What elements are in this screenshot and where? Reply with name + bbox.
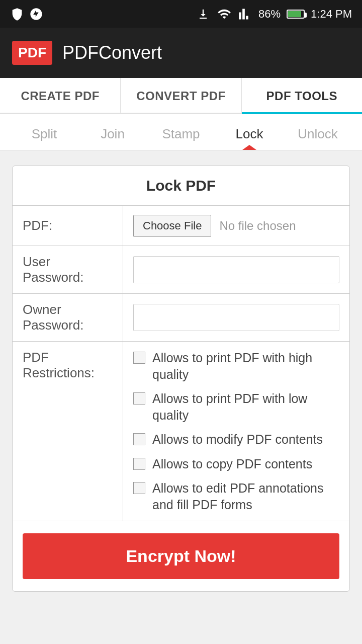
- restriction-text-1: Allows to print PDF with high quality: [152, 350, 339, 382]
- user-password-value: [123, 248, 349, 291]
- owner-password-row: Owner Password:: [13, 294, 349, 342]
- restriction-item-2: Allows to print PDF with low quality: [133, 390, 339, 423]
- sub-tabs: Split Join Stamp Lock Unlock: [0, 114, 362, 150]
- sub-tab-split[interactable]: Split: [10, 114, 78, 150]
- encrypt-row: Encrypt Now!: [13, 521, 349, 591]
- status-icons-right: 86% 1:24 PM: [196, 7, 352, 21]
- restriction-text-2: Allows to print PDF with low quality: [152, 390, 339, 423]
- app-title: PDFConvert: [62, 42, 162, 63]
- status-bar: 86% 1:24 PM: [0, 0, 362, 28]
- restrictions-row: PDF Restrictions: Allows to print PDF wi…: [13, 342, 349, 521]
- restriction-text-3: Allows to modify PDF contents: [152, 431, 323, 448]
- sub-tab-unlock[interactable]: Unlock: [284, 114, 352, 150]
- restriction-item-1: Allows to print PDF with high quality: [133, 350, 339, 382]
- restriction-item-3: Allows to modify PDF contents: [133, 431, 339, 448]
- sub-tab-join[interactable]: Join: [78, 114, 147, 150]
- sub-tab-lock[interactable]: Lock: [215, 114, 284, 150]
- user-password-input[interactable]: [133, 256, 339, 283]
- pdf-logo: PDF: [12, 41, 52, 65]
- form-title: Lock PDF: [13, 166, 349, 206]
- restriction-text-5: Allows to edit PDF annotations and fill …: [152, 480, 339, 513]
- restriction-checkbox-1[interactable]: [133, 352, 145, 364]
- tab-create-pdf[interactable]: CREATE PDF: [0, 78, 121, 114]
- data-transfer-icon: [196, 7, 210, 21]
- no-file-text: No file chosen: [219, 219, 296, 233]
- main-tabs: CREATE PDF CONVERT PDF PDF TOOLS: [0, 78, 362, 114]
- sub-tabs-container: Split Join Stamp Lock Unlock: [0, 114, 362, 150]
- pdf-value: Choose File No file chosen: [123, 207, 349, 245]
- restriction-checkbox-3[interactable]: [133, 433, 145, 445]
- owner-password-input[interactable]: [133, 304, 339, 331]
- user-password-row: User Password:: [13, 246, 349, 294]
- restriction-text-4: Allows to copy PDF contents: [152, 456, 312, 472]
- tab-convert-pdf[interactable]: CONVERT PDF: [121, 78, 241, 114]
- restriction-checkbox-4[interactable]: [133, 458, 145, 470]
- user-password-label: User Password:: [13, 246, 123, 293]
- restriction-item-4: Allows to copy PDF contents: [133, 456, 339, 472]
- pdf-label: PDF:: [13, 206, 123, 246]
- content-area: Lock PDF PDF: Choose File No file chosen…: [0, 150, 362, 607]
- block-icon: [29, 7, 43, 21]
- restriction-checkbox-5[interactable]: [133, 482, 145, 494]
- wifi-icon: [216, 7, 232, 21]
- shield-icon: [10, 7, 24, 21]
- encrypt-now-button[interactable]: Encrypt Now!: [23, 533, 339, 579]
- clock: 1:24 PM: [311, 8, 352, 21]
- owner-password-label: Owner Password:: [13, 294, 123, 341]
- restrictions-list: Allows to print PDF with high quality Al…: [123, 342, 349, 521]
- lock-pdf-form: Lock PDF PDF: Choose File No file chosen…: [12, 166, 350, 592]
- tab-pdf-tools[interactable]: PDF TOOLS: [242, 78, 362, 114]
- restriction-checkbox-2[interactable]: [133, 392, 145, 405]
- choose-file-button[interactable]: Choose File: [133, 215, 211, 237]
- battery-level: 86%: [258, 8, 281, 21]
- pdf-row: PDF: Choose File No file chosen: [13, 206, 349, 246]
- sub-tab-stamp[interactable]: Stamp: [147, 114, 215, 150]
- owner-password-value: [123, 296, 349, 339]
- restriction-item-5: Allows to edit PDF annotations and fill …: [133, 480, 339, 513]
- battery-icon: [287, 10, 305, 19]
- signal-icon: [238, 7, 252, 21]
- status-icons-left: [10, 7, 43, 21]
- app-header: PDF PDFConvert: [0, 28, 362, 78]
- restrictions-label: PDF Restrictions:: [13, 342, 123, 521]
